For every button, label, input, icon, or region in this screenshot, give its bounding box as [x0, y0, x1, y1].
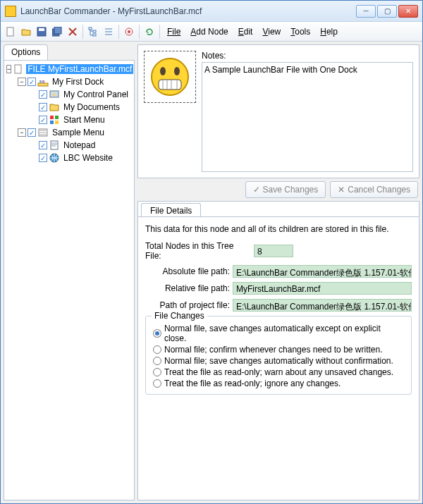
tree-checkbox[interactable]: ✓ — [39, 103, 47, 111]
radio-label: Treat the file as read-only; warn about … — [164, 367, 393, 377]
minimize-button[interactable]: ─ — [356, 5, 376, 18]
details-description: This data for this node and all of its c… — [145, 224, 412, 234]
file-changes-radio-3[interactable]: Treat the file as read-only; warn about … — [153, 367, 404, 377]
menu-tools[interactable]: Tools — [286, 25, 314, 38]
file-details-panel: File Details This data for this node and… — [137, 201, 419, 500]
tree-label: Start Menu — [62, 115, 106, 125]
menu-file[interactable]: File — [163, 25, 185, 38]
menu-help[interactable]: Help — [316, 25, 342, 38]
save-icon[interactable] — [35, 25, 49, 39]
svg-rect-0 — [7, 27, 13, 36]
tree-label: My Documents — [62, 102, 121, 112]
tree-panel[interactable]: −FILE MyFirstLaunchBar.mcf−✓My First Doc… — [4, 60, 135, 500]
svg-point-9 — [128, 30, 130, 33]
maximize-button[interactable]: ▢ — [377, 5, 397, 18]
total-nodes-value: 8 — [254, 245, 293, 257]
smiley-icon — [150, 57, 190, 97]
tree-node-7[interactable]: ✓LBC Website — [6, 152, 132, 164]
radio-icon — [153, 345, 161, 354]
notes-textarea[interactable] — [202, 62, 413, 172]
tree-checkbox[interactable]: ✓ — [39, 116, 47, 124]
menu-icon — [37, 127, 49, 138]
tree-label: LBC Website — [62, 153, 114, 163]
tree-node-3[interactable]: ✓My Documents — [6, 101, 132, 113]
tree-label: Sample Menu — [51, 128, 106, 137]
file-changes-radio-2[interactable]: Normal file; save changes automatically … — [153, 356, 404, 366]
tree-node-1[interactable]: −✓My First Dock — [6, 75, 132, 88]
radio-icon — [153, 329, 161, 338]
file-changes-title: File Changes — [152, 311, 207, 321]
tree-label: FILE MyFirstLaunchBar.mcf — [26, 64, 133, 74]
dock-icon — [37, 76, 49, 87]
svg-rect-12 — [39, 80, 42, 83]
saveall-icon[interactable] — [50, 25, 64, 39]
total-nodes-label: Total Nodes in this Tree File: — [145, 241, 251, 261]
tree-checkbox[interactable]: ✓ — [39, 154, 47, 162]
svg-rect-13 — [42, 80, 44, 83]
radio-icon — [153, 357, 161, 365]
tree-tab-options[interactable]: Options — [4, 44, 48, 60]
file-icon — [13, 63, 24, 75]
note-icon — [49, 140, 60, 151]
web-icon — [49, 152, 60, 164]
tree-node-2[interactable]: ✓My Control Panel — [6, 88, 132, 101]
tab-file-details[interactable]: File Details — [141, 203, 201, 216]
tree-node-5[interactable]: −✓Sample Menu — [6, 126, 132, 139]
tree-node-6[interactable]: ✓Notepad — [6, 139, 132, 152]
tree-node-4[interactable]: ✓Start Menu — [6, 113, 132, 126]
abs-path-value: E:\LaunchBar Commander绿色版 1.157.01-软件No1… — [233, 265, 412, 278]
file-changes-radio-1[interactable]: Normal file; confirm whenever changes ne… — [153, 345, 404, 355]
menu-edit[interactable]: Edit — [234, 25, 257, 38]
open-icon[interactable] — [19, 25, 33, 39]
radio-label: Normal file, save changes automatically … — [164, 324, 404, 343]
svg-rect-10 — [15, 65, 21, 73]
tree-twisty-icon[interactable]: − — [6, 65, 11, 73]
file-changes-radio-0[interactable]: Normal file, save changes automatically … — [153, 324, 404, 343]
window-title: LaunchBar Commander - MyFirstLaunchBar.m… — [20, 6, 356, 16]
tree-label: My Control Panel — [62, 90, 130, 99]
target-icon[interactable] — [122, 25, 136, 39]
node-preview-panel: Notes: — [137, 44, 419, 178]
file-changes-radio-4[interactable]: Treat the file as read-only; ignore any … — [153, 379, 404, 388]
file-changes-group: File Changes Normal file, save changes a… — [145, 316, 412, 395]
svg-point-15 — [53, 93, 56, 96]
check-icon: ✓ — [253, 185, 260, 195]
svg-rect-7 — [93, 34, 96, 36]
node-icon-preview[interactable] — [144, 51, 196, 103]
radio-icon — [153, 368, 161, 376]
menu-add-node[interactable]: Add Node — [186, 25, 232, 38]
refresh-icon[interactable] — [142, 25, 157, 39]
tree-icon[interactable] — [86, 25, 100, 39]
notes-label: Notes: — [202, 51, 413, 61]
radio-icon — [153, 379, 161, 388]
cp-icon — [49, 89, 60, 100]
tree-twisty-icon[interactable]: − — [18, 128, 26, 137]
svg-rect-18 — [50, 121, 54, 124]
cancel-icon[interactable] — [66, 25, 80, 39]
titlebar[interactable]: LaunchBar Commander - MyFirstLaunchBar.m… — [1, 1, 422, 22]
toolbar: File Add Node Edit View Tools Help — [1, 22, 422, 42]
app-icon — [5, 6, 16, 17]
svg-rect-4 — [54, 27, 61, 34]
tree-twisty-icon[interactable]: − — [18, 78, 26, 86]
tree-node-0[interactable]: −FILE MyFirstLaunchBar.mcf — [6, 63, 132, 75]
svg-rect-2 — [39, 28, 44, 31]
menu-view[interactable]: View — [258, 25, 285, 38]
tree-checkbox[interactable]: ✓ — [39, 141, 47, 149]
list-icon[interactable] — [102, 25, 116, 39]
radio-label: Treat the file as read-only; ignore any … — [164, 379, 341, 388]
proj-path-value: E:\LaunchBar Commander绿色版 1.157.01-软件No1… — [233, 299, 412, 312]
svg-rect-19 — [55, 121, 59, 124]
save-changes-button[interactable]: ✓Save Changes — [245, 181, 326, 198]
tree-checkbox[interactable]: ✓ — [39, 90, 47, 99]
close-button[interactable]: ✕ — [398, 5, 418, 18]
cancel-changes-button[interactable]: ✕Cancel Changes — [330, 181, 418, 198]
svg-rect-26 — [159, 80, 181, 90]
svg-rect-5 — [89, 27, 92, 30]
new-icon[interactable] — [4, 25, 18, 39]
tree-checkbox[interactable]: ✓ — [27, 128, 36, 137]
tree-checkbox[interactable]: ✓ — [27, 78, 36, 86]
docs-icon — [49, 102, 60, 113]
proj-path-label: Path of project file: — [145, 300, 230, 310]
tree-label: Notepad — [62, 140, 97, 150]
